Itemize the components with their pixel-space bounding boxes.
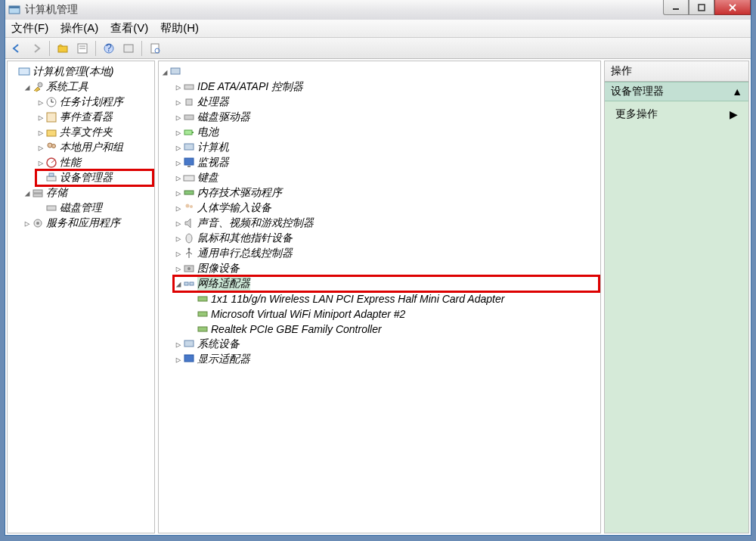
back-button[interactable] [8,40,25,57]
expand-icon[interactable]: ▷ [174,340,183,350]
device-hid[interactable]: ▷人体学输入设备 [174,201,599,216]
svg-rect-35 [186,99,192,105]
device-ide[interactable]: ▷IDE ATA/ATAPI 控制器 [174,79,599,95]
expand-icon[interactable]: ▷ [36,113,45,123]
computer-icon [183,141,195,154]
expand-icon[interactable]: ▷ [174,219,183,229]
collapse-icon[interactable]: ◢ [174,279,183,289]
device-imaging[interactable]: ▷图像设备 [174,261,599,276]
svg-rect-50 [184,282,188,285]
toolbar-separator-3 [141,41,142,56]
expand-icon[interactable]: ▷ [174,264,183,274]
window-buttons [663,0,751,15]
collapse-icon[interactable]: ◢ [160,67,169,77]
tree-system-tools[interactable]: ◢ 系统工具 [23,79,153,95]
actions-more[interactable]: 更多操作 ▶ [615,106,738,123]
tree-task-scheduler[interactable]: ▷任务计划程序 [36,95,153,110]
nic-icon [197,323,209,335]
menu-file[interactable]: 文件(F) [11,21,48,36]
device-network[interactable]: ◢网络适配器 [174,276,599,291]
device-sound[interactable]: ▷声音、视频和游戏控制器 [174,216,599,231]
refresh-button[interactable] [120,40,137,57]
svg-rect-27 [49,173,54,176]
expand-icon[interactable]: ▷ [174,355,183,365]
svg-line-25 [51,160,54,163]
collapse-icon[interactable]: ◢ [23,188,32,198]
help-button[interactable]: ? [101,40,117,57]
device-net-adapter-1[interactable]: 1x1 11b/g/n Wireless LAN PCI Express Hal… [187,291,599,306]
actions-subheader[interactable]: 设备管理器 ▲ [605,82,748,101]
tree-services[interactable]: ▷服务和应用程序 [23,216,153,231]
network-icon [183,278,195,290]
expand-icon[interactable]: ▷ [174,82,183,92]
expand-icon[interactable]: ▷ [36,158,45,168]
menubar: 文件(F) 操作(A) 查看(V) 帮助(H) [5,20,751,38]
collapse-arrow-icon[interactable]: ▲ [732,86,742,98]
expand-icon[interactable]: ▷ [23,219,32,229]
expand-icon[interactable]: ▷ [174,249,183,259]
client-area: 计算机管理(本地) ◢ 系统工具 ▷任务计划程序 ▷事件查看器 [5,59,751,535]
scan-button[interactable] [147,40,163,57]
svg-rect-55 [184,340,194,347]
device-memory[interactable]: ▷内存技术驱动程序 [174,185,599,201]
properties-button[interactable] [74,40,91,57]
computer-icon [169,66,181,78]
device-battery[interactable]: ▷电池 [174,125,599,140]
device-usb[interactable]: ▷通用串行总线控制器 [174,246,599,261]
device-net-adapter-3[interactable]: Realtek PCIe GBE Family Controller [187,322,599,337]
menu-help[interactable]: 帮助(H) [160,21,199,36]
expand-icon[interactable]: ▷ [174,128,183,138]
tree-local-users[interactable]: ▷本地用户和组 [36,140,153,155]
svg-rect-36 [184,115,194,120]
svg-rect-33 [171,68,180,74]
tree-storage[interactable]: ◢ 存储 [23,185,153,201]
device-display[interactable]: ▷显示适配器 [174,352,599,367]
expand-icon[interactable]: ▷ [36,128,45,138]
expand-icon[interactable]: ▷ [174,188,183,198]
device-keyboard[interactable]: ▷键盘 [174,170,599,185]
expand-icon[interactable]: ▷ [36,98,45,107]
tools-icon [32,81,44,93]
svg-rect-54 [198,327,207,331]
expand-icon[interactable]: ▷ [174,234,183,244]
svg-point-44 [186,204,190,208]
expand-icon[interactable]: ▷ [174,143,183,153]
menu-action[interactable]: 操作(A) [60,21,98,36]
device-system[interactable]: ▷系统设备 [174,337,599,352]
device-monitor[interactable]: ▷监视器 [174,155,599,170]
device-computer[interactable]: ▷计算机 [174,140,599,155]
expand-icon[interactable]: ▷ [174,113,183,123]
toolbar-separator-2 [95,41,96,56]
svg-rect-52 [198,297,207,301]
system-icon [183,338,195,350]
minimize-button[interactable] [663,0,689,15]
expand-icon[interactable]: ▷ [174,98,183,107]
menu-view[interactable]: 查看(V) [110,21,148,36]
tree-shared-folders[interactable]: ▷共享文件夹 [36,125,153,140]
nic-icon [197,293,209,305]
tree-root[interactable]: 计算机管理(本地) [9,64,153,79]
forward-button[interactable] [28,40,45,57]
expand-icon[interactable]: ▷ [174,204,183,213]
device-cpu[interactable]: ▷处理器 [174,95,599,110]
tree-device-manager[interactable]: 设备管理器 [36,170,153,185]
up-button[interactable] [54,40,71,57]
app-icon [8,4,20,16]
tree-event-viewer[interactable]: ▷事件查看器 [36,110,153,125]
tree-performance[interactable]: ▷性能 [36,155,153,170]
expand-icon[interactable]: ▷ [174,173,183,183]
right-pane: 操作 设备管理器 ▲ 更多操作 ▶ [604,61,749,533]
actions-header: 操作 [605,61,748,82]
maximize-button[interactable] [689,0,714,15]
tree-disk-mgmt[interactable]: 磁盘管理 [36,201,153,216]
expand-icon[interactable]: ▷ [174,158,183,168]
device-disk[interactable]: ▷磁盘驱动器 [174,110,599,125]
svg-rect-38 [192,132,194,133]
svg-point-23 [52,145,56,148]
expand-icon[interactable]: ▷ [36,143,45,153]
device-mouse[interactable]: ▷鼠标和其他指针设备 [174,231,599,246]
device-root[interactable]: ◢ [160,64,599,79]
device-net-adapter-2[interactable]: Microsoft Virtual WiFi Miniport Adapter … [187,306,599,322]
close-button[interactable] [714,0,751,15]
collapse-icon[interactable]: ◢ [23,82,32,92]
